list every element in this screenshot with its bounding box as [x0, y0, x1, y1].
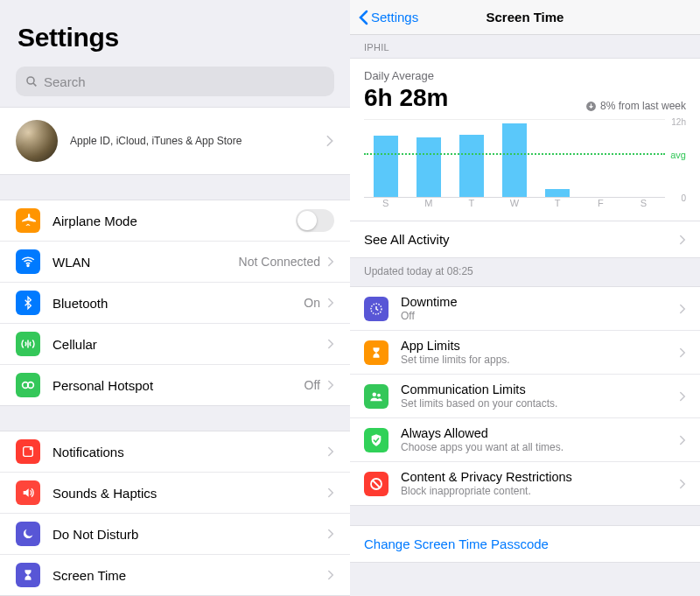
bluetooth-icon: [16, 291, 40, 315]
svg-line-1: [33, 83, 36, 86]
row-value: On: [304, 296, 320, 310]
chevron-right-icon: [327, 529, 334, 539]
item-sub: Choose apps you want at all times.: [401, 441, 679, 453]
moon-icon: [16, 522, 40, 546]
x-tick: M: [407, 198, 450, 215]
cellular-icon: [16, 332, 40, 356]
item-title: App Limits: [401, 339, 679, 353]
settings-group-notifications: Notifications Sounds & Haptics Do Not Di…: [0, 431, 350, 596]
row-communication-limits[interactable]: Communication Limits Set limits based on…: [350, 375, 700, 418]
chevron-right-icon: [327, 339, 334, 349]
chevron-right-icon: [679, 347, 686, 358]
row-notifications[interactable]: Notifications: [0, 431, 350, 473]
change-passcode-label: Change Screen Time Passcode: [364, 536, 549, 551]
apple-id-row[interactable]: Apple ID, iCloud, iTunes & App Store: [0, 107, 350, 175]
row-dnd[interactable]: Do Not Disturb: [0, 514, 350, 555]
search-field[interactable]: [16, 67, 334, 96]
apple-id-subtitle: Apple ID, iCloud, iTunes & App Store: [70, 135, 326, 147]
nav-title: Screen Time: [486, 10, 564, 25]
check-shield-icon: [364, 428, 388, 452]
daily-average-card: Daily Average 6h 28m 8% from last week 1…: [350, 58, 700, 221]
y-max-label: 12h: [671, 117, 686, 127]
x-tick: S: [364, 198, 407, 215]
row-label: Do Not Disturb: [52, 527, 327, 542]
svg-point-2: [27, 265, 29, 267]
chart-bar: [459, 135, 484, 198]
row-cellular[interactable]: Cellular: [0, 324, 350, 365]
sound-icon: [16, 480, 40, 505]
hotspot-icon: [16, 373, 40, 397]
wifi-icon: [16, 249, 40, 274]
notifications-icon: [16, 439, 40, 464]
arrow-down-circle-icon: [585, 101, 597, 112]
chevron-right-icon: [679, 479, 686, 489]
row-always-allowed[interactable]: Always Allowed Choose apps you want at a…: [350, 418, 700, 462]
row-downtime[interactable]: Downtime Off: [350, 286, 700, 331]
row-screen-time[interactable]: Screen Time: [0, 555, 350, 596]
row-app-limits[interactable]: App Limits Set time limits for apps.: [350, 331, 700, 375]
hourglass-icon: [364, 340, 388, 365]
settings-group-connectivity: Airplane Mode WLAN Not Connected Bluetoo…: [0, 200, 350, 406]
item-title: Downtime: [401, 295, 679, 309]
chevron-right-icon: [327, 446, 334, 457]
settings-header: Settings: [0, 0, 350, 60]
svg-point-0: [27, 77, 34, 84]
chevron-right-icon: [327, 570, 334, 580]
row-label: Cellular: [52, 337, 327, 352]
x-tick: F: [579, 198, 622, 215]
search-icon: [24, 74, 38, 88]
screen-time-pane: Settings Screen Time IPHIL Daily Average…: [350, 0, 700, 596]
delta-text: 8% from last week: [600, 100, 686, 112]
chart-bar: [374, 136, 398, 198]
avg-label: avg: [670, 150, 686, 160]
airplane-switch[interactable]: [296, 209, 334, 232]
device-header: IPHIL: [350, 35, 700, 58]
chevron-right-icon: [326, 135, 334, 147]
item-sub: Block inappropriate content.: [401, 485, 679, 497]
daily-average-label: Daily Average: [364, 69, 449, 82]
page-title: Settings: [18, 23, 332, 53]
row-wlan[interactable]: WLAN Not Connected: [0, 242, 350, 283]
x-tick: S: [622, 198, 665, 215]
chevron-right-icon: [679, 391, 686, 402]
svg-line-12: [373, 480, 380, 487]
updated-label: Updated today at 08:25: [350, 258, 700, 286]
row-label: Notifications: [52, 445, 327, 459]
delta-badge: 8% from last week: [585, 100, 686, 112]
screen-time-options: Downtime Off App Limits Set time limits …: [350, 286, 700, 506]
no-entry-icon: [364, 472, 388, 496]
svg-point-10: [377, 393, 381, 396]
item-title: Content & Privacy Restrictions: [401, 470, 679, 484]
x-tick: W: [493, 198, 536, 215]
change-passcode-button[interactable]: Change Screen Time Passcode: [350, 525, 700, 563]
back-button[interactable]: Settings: [357, 0, 418, 34]
row-bluetooth[interactable]: Bluetooth On: [0, 283, 350, 324]
see-all-activity-row[interactable]: See All Activity: [350, 221, 700, 258]
chevron-right-icon: [679, 304, 686, 314]
row-sounds[interactable]: Sounds & Haptics: [0, 473, 350, 514]
row-content-restrictions[interactable]: Content & Privacy Restrictions Block ina…: [350, 462, 700, 506]
search-input[interactable]: [44, 74, 326, 89]
row-personal-hotspot[interactable]: Personal Hotspot Off: [0, 365, 350, 406]
row-value: Off: [304, 378, 320, 392]
y-min-label: 0: [681, 193, 686, 203]
daily-average-value: 6h 28m: [364, 84, 449, 112]
chart-bar: [416, 137, 441, 198]
row-label: WLAN: [52, 255, 239, 270]
svg-point-6: [30, 447, 32, 450]
row-airplane-mode[interactable]: Airplane Mode: [0, 200, 350, 242]
x-tick: T: [536, 198, 579, 215]
row-label: Sounds & Haptics: [52, 486, 327, 501]
chevron-left-icon: [357, 10, 369, 25]
people-icon: [364, 384, 388, 409]
chevron-right-icon: [327, 380, 334, 390]
downtime-icon: [364, 297, 388, 321]
back-label: Settings: [371, 10, 418, 25]
usage-chart: 12h 0 avg SMTWTFS: [364, 119, 686, 215]
row-label: Screen Time: [52, 568, 327, 583]
chart-bar: [502, 123, 527, 199]
item-sub: Set limits based on your contacts.: [401, 397, 679, 410]
chevron-right-icon: [327, 298, 334, 308]
x-tick: T: [450, 198, 493, 215]
airplane-icon: [16, 208, 40, 233]
